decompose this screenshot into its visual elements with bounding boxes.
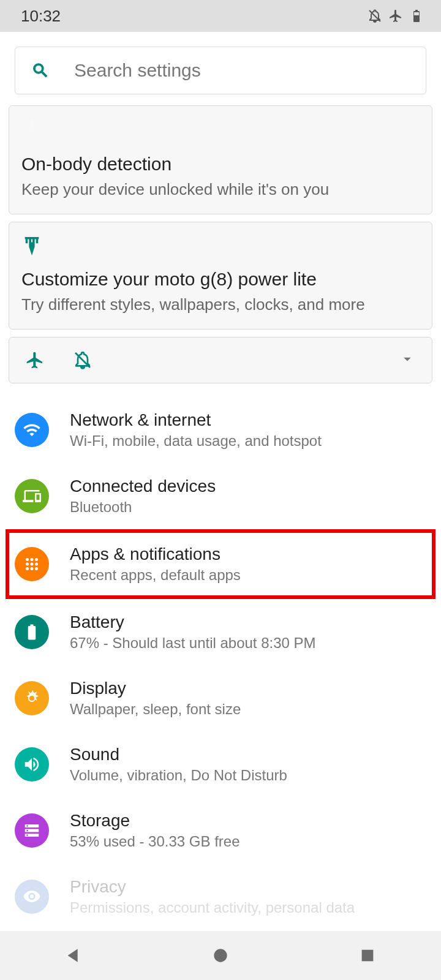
battery-icon bbox=[15, 615, 49, 649]
settings-item-display[interactable]: DisplayWallpaper, sleep, font size bbox=[7, 665, 434, 731]
svg-point-17 bbox=[26, 829, 28, 831]
item-sub: 67% - Should last until about 8:30 PM bbox=[70, 635, 426, 652]
svg-rect-21 bbox=[362, 950, 374, 962]
svg-point-11 bbox=[35, 567, 38, 570]
item-title: Sound bbox=[70, 745, 426, 764]
display-icon bbox=[15, 681, 49, 715]
search-placeholder: Search settings bbox=[74, 60, 201, 81]
svg-point-12 bbox=[29, 695, 35, 701]
item-sub: Permissions, account activity, personal … bbox=[70, 899, 426, 916]
item-title: Privacy bbox=[70, 877, 426, 897]
settings-list: Network & internetWi-Fi, mobile, data us… bbox=[7, 391, 434, 936]
nav-back-icon[interactable] bbox=[64, 946, 83, 965]
settings-item-privacy[interactable]: PrivacyPermissions, account activity, pe… bbox=[7, 864, 434, 930]
chevron-down-icon[interactable] bbox=[399, 350, 416, 370]
onbody-card[interactable]: On-body detection Keep your device unloc… bbox=[9, 105, 432, 214]
walk-icon bbox=[21, 118, 42, 148]
onbody-title: On-body detection bbox=[21, 154, 420, 175]
settings-content: Search settings On-body detection Keep y… bbox=[0, 47, 441, 936]
item-sub: 53% used - 30.33 GB free bbox=[70, 833, 426, 850]
customize-sub: Try different styles, wallpapers, clocks… bbox=[21, 295, 420, 315]
storage-icon bbox=[15, 813, 49, 848]
svg-point-20 bbox=[214, 949, 227, 962]
search-bar[interactable]: Search settings bbox=[15, 47, 426, 94]
svg-point-18 bbox=[26, 834, 28, 836]
sound-icon bbox=[15, 747, 49, 782]
svg-point-6 bbox=[26, 562, 29, 565]
svg-point-1 bbox=[30, 120, 34, 124]
item-title: Battery bbox=[70, 612, 426, 632]
svg-point-3 bbox=[26, 558, 29, 561]
item-title: Display bbox=[70, 679, 426, 698]
item-sub: Recent apps, default apps bbox=[70, 567, 426, 584]
svg-rect-0 bbox=[414, 12, 419, 15]
airplane-icon bbox=[388, 9, 403, 23]
apps-icon bbox=[15, 547, 49, 581]
item-sub: Wallpaper, sleep, font size bbox=[70, 701, 426, 718]
svg-point-10 bbox=[31, 567, 34, 570]
dnd-off-icon bbox=[368, 9, 382, 23]
privacy-icon bbox=[15, 880, 49, 914]
svg-point-9 bbox=[26, 567, 29, 570]
onbody-sub: Keep your device unlocked while it's on … bbox=[21, 179, 420, 200]
item-title: Connected devices bbox=[70, 477, 426, 496]
svg-point-19 bbox=[30, 894, 34, 898]
item-title: Network & internet bbox=[70, 410, 426, 430]
item-sub: Volume, vibration, Do Not Disturb bbox=[70, 767, 426, 784]
item-title: Apps & notifications bbox=[70, 545, 426, 564]
nav-bar bbox=[0, 931, 441, 980]
nav-recent-icon[interactable] bbox=[358, 946, 377, 965]
svg-point-16 bbox=[26, 825, 28, 827]
airplane-toggle-icon[interactable] bbox=[25, 350, 45, 370]
settings-item-wifi[interactable]: Network & internetWi-Fi, mobile, data us… bbox=[7, 397, 434, 463]
wifi-icon bbox=[15, 413, 49, 447]
nav-home-icon[interactable] bbox=[211, 946, 230, 965]
settings-item-apps[interactable]: Apps & notificationsRecent apps, default… bbox=[7, 531, 434, 597]
quick-toggle-bar[interactable] bbox=[9, 337, 432, 383]
search-icon bbox=[31, 61, 50, 80]
dnd-toggle-icon[interactable] bbox=[73, 350, 92, 370]
svg-point-4 bbox=[31, 558, 34, 561]
settings-item-devices[interactable]: Connected devicesBluetooth bbox=[7, 463, 434, 529]
settings-item-battery[interactable]: Battery67% - Should last until about 8:3… bbox=[7, 599, 434, 665]
status-time: 10:32 bbox=[21, 7, 61, 26]
svg-point-5 bbox=[35, 558, 38, 561]
item-sub: Bluetooth bbox=[70, 499, 426, 516]
battery-icon bbox=[409, 9, 424, 23]
customize-title: Customize your moto g(8) power lite bbox=[21, 269, 420, 290]
item-title: Storage bbox=[70, 811, 426, 831]
brush-icon bbox=[21, 235, 420, 258]
settings-item-storage[interactable]: Storage53% used - 30.33 GB free bbox=[7, 797, 434, 864]
status-bar: 10:32 bbox=[0, 0, 441, 32]
devices-icon bbox=[15, 479, 49, 513]
svg-point-7 bbox=[31, 562, 34, 565]
customize-card[interactable]: Customize your moto g(8) power lite Try … bbox=[9, 222, 432, 330]
status-icons bbox=[368, 9, 424, 23]
settings-item-sound[interactable]: SoundVolume, vibration, Do Not Disturb bbox=[7, 731, 434, 797]
svg-point-8 bbox=[35, 562, 38, 565]
item-sub: Wi-Fi, mobile, data usage, and hotspot bbox=[70, 432, 426, 450]
